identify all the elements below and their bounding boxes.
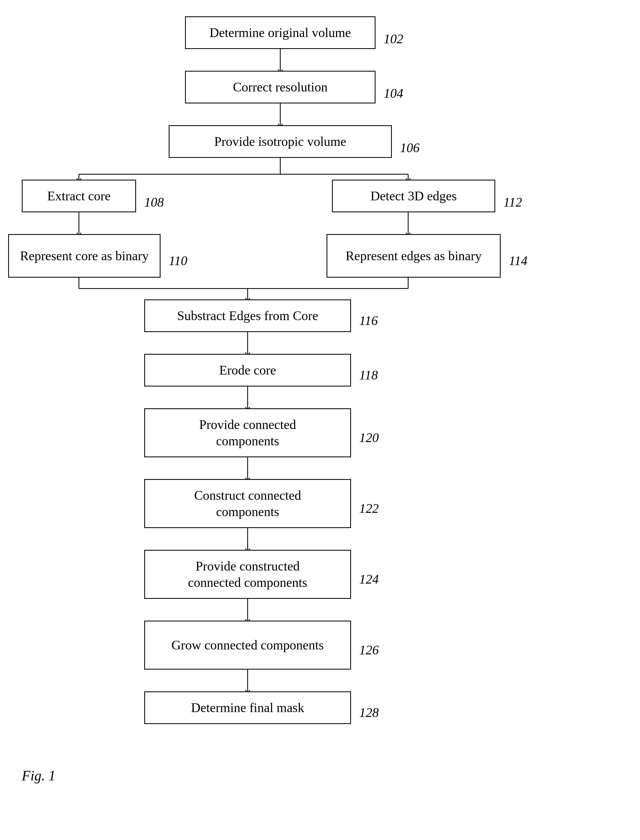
label-112: 112 [503, 195, 522, 210]
figure-label: Fig. 1 [22, 768, 56, 784]
box-114: Represent edges as binary [326, 234, 501, 277]
label-122: 122 [359, 501, 379, 516]
label-102: 102 [384, 31, 403, 46]
label-114: 114 [509, 253, 527, 268]
box-110: Represent core as binary [8, 234, 160, 277]
label-116: 116 [359, 313, 378, 328]
label-120: 120 [359, 430, 379, 445]
box-116: Substract Edges from Core [144, 300, 351, 332]
box-102: Determine original volume [185, 16, 376, 49]
box-126: Grow connected components [144, 620, 351, 670]
label-108: 108 [144, 195, 164, 210]
box-106: Provide isotropic volume [169, 125, 392, 158]
box-108: Extract core [22, 180, 136, 212]
box-112: Detect 3D edges [332, 180, 495, 212]
label-104: 104 [384, 86, 403, 101]
box-120: Provide connected components [144, 408, 351, 457]
box-124: Provide constructed connected components [144, 550, 351, 599]
diagram-container: Determine original volume 102 Correct re… [0, 0, 640, 840]
label-128: 128 [359, 705, 379, 720]
label-118: 118 [359, 367, 378, 382]
label-106: 106 [400, 140, 419, 155]
label-124: 124 [359, 572, 379, 587]
label-126: 126 [359, 642, 379, 657]
box-122: Construct connected components [144, 479, 351, 528]
box-128: Determine final mask [144, 691, 351, 724]
box-118: Erode core [144, 354, 351, 386]
label-110: 110 [169, 253, 187, 268]
box-104: Correct resolution [185, 71, 376, 103]
